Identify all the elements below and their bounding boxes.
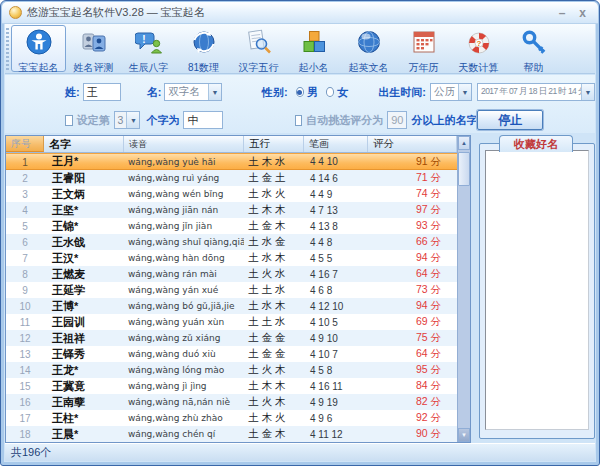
column-header-strokes[interactable]: 笔画 [304,136,368,152]
table-row[interactable]: 7王汉*wáng,wàng hàn dōng土 水 木4 5 594 分 [6,250,457,266]
cell-pinyin: wáng,wàng zhù zhào [124,413,244,423]
cell-name: 王冀竟 [44,379,124,394]
cell-name: 王园训 [44,315,124,330]
given-name-select[interactable]: 双字名 ▼ [164,83,222,101]
surname-input[interactable]: 王 [83,83,121,101]
close-button[interactable]: x [579,7,586,19]
table-row[interactable]: 16王南孽wáng,wàng nā,nán niè土 火 木4 9 1982 分 [6,394,457,410]
cell-wuxing: 土 木 木 [244,379,304,393]
chat-person-icon: ! [135,28,163,60]
scrollbar-thumb[interactable] [458,152,470,186]
scroll-down-icon[interactable]: ▼ [458,428,470,442]
gender-label: 性别: [262,85,288,100]
toolbar-button-name-test[interactable]: 姓名评测 [66,25,121,72]
cell-no: 16 [6,396,44,408]
table-row[interactable]: 13王铎秀wáng,wàng duó xiù土 金 金4 10 764 分 [6,346,457,362]
cell-wuxing: 土 土 水 [244,283,304,297]
cell-score: 73 分 [368,283,457,297]
table-row[interactable]: 3王文炳wáng,wàng wén bǐng土 水 火4 4 974 分 [6,186,457,202]
table-row[interactable]: 2王睿阳wáng,wàng ruì yáng土 金 土4 14 671 分 [6,170,457,186]
cell-strokes: 4 4 9 [304,189,368,200]
table-row[interactable]: 12王祖祥wáng,wàng zǔ xiáng土 金 金4 9 1075 分 [6,330,457,346]
cell-pinyin: wáng,wàng hàn dōng [124,253,244,263]
cell-score: 74 分 [368,187,457,201]
cell-score: 95 分 [368,363,457,377]
calendar-type-select[interactable]: 公历 ▼ [430,83,472,101]
table-row[interactable]: 1王月*wáng,wàng yuè hǎi土 木 水4 4 1091 分 [6,153,457,170]
table-row[interactable]: 9王延学wáng,wàng yán xué土 土 水4 6 873 分 [6,282,457,298]
min-score-input[interactable]: 90 [387,111,407,129]
table-row[interactable]: 4王坚*wáng,wàng jiān nán土 木 木4 7 1397 分 [6,202,457,218]
cell-name: 王睿阳 [44,171,124,186]
cell-score: 91 分 [368,155,457,169]
birth-datetime-picker[interactable]: 2017 年 07 月 18 日 21 时 14 分 ▼ [477,83,595,101]
toolbar-button-baby-naming[interactable]: 宝宝起名 [11,25,66,72]
cell-pinyin: wáng,wàng rán mài [124,269,244,279]
cell-score: 66 分 [368,235,457,249]
chevron-down-icon[interactable]: ▼ [458,84,471,100]
cell-wuxing: 土 金 木 [244,219,304,233]
cell-no: 13 [6,348,44,360]
table-row[interactable]: 11王园训wáng,wàng yuán xùn土 土 水4 10 569 分 [6,314,457,330]
table-row[interactable]: 17王柱*wáng,wàng zhù zhào土 木 火4 9 692 分 [6,410,457,426]
doc-magnifier-icon [245,28,273,60]
cell-name: 王锦* [44,219,124,234]
favorites-tab[interactable]: 收藏好名 [499,135,573,152]
table-row[interactable]: 14王龙*wáng,wàng lóng mào土 火 木4 5 895 分 [6,362,457,378]
favorites-list[interactable] [485,150,589,430]
set-char-checkbox[interactable] [65,115,73,126]
table-row[interactable]: 15王冀竟wáng,wàng jì jìng土 木 木4 16 1184 分 [6,378,457,394]
table-row[interactable]: 6王水戗wáng,wàng shuǐ qiàng,qiǎng土 水 金4 4 8… [6,234,457,250]
toolbar-button-label: 宝宝起名 [19,61,59,75]
fixed-char-input[interactable]: 中 [183,111,222,129]
cell-score: 90 分 [368,427,457,441]
chevron-down-icon[interactable]: ▼ [581,84,594,100]
toolbar-button-english-name[interactable]: 起英文名 [341,25,396,72]
column-header-pinyin[interactable]: 读音 [124,136,244,152]
column-header-no[interactable]: 序号 [6,136,44,152]
table-row[interactable]: 8王燃麦wáng,wàng rán mài土 火 水4 16 764 分 [6,266,457,282]
toolbar-button-numerology-81[interactable]: 81数理 [176,25,231,72]
stop-button[interactable]: 停止 [477,110,543,130]
cell-strokes: 4 5 5 [304,253,368,264]
char-position-select[interactable]: 3 ▼ [114,111,141,129]
table-row[interactable]: 18王晨*wáng,wàng chén qí土 金 木4 11 1290 分 [6,426,457,442]
minimize-button[interactable]: – [559,7,566,19]
column-header-name[interactable]: 名字 [44,136,124,152]
set-char-mid-label: 个字为 [146,113,179,128]
scroll-up-icon[interactable]: ▲ [458,136,470,150]
cell-name: 王汉* [44,251,124,266]
cell-name: 王龙* [44,363,124,378]
status-bar: 共196个 [5,443,595,461]
vertical-scrollbar[interactable]: ▲ ▼ [457,136,470,442]
favorites-box [479,143,595,439]
toolbar-button-nickname[interactable]: 起小名 [286,25,341,72]
cell-pinyin: wáng,wàng jì jìng [124,381,244,391]
name-table-body: 1王月*wáng,wàng yuè hǎi土 木 水4 4 1091 分2王睿阳… [6,153,457,442]
chevron-down-icon[interactable]: ▼ [126,112,139,128]
gender-male-radio[interactable] [296,87,304,97]
toolbar-button-day-calc[interactable]: ?天数计算 [451,25,506,72]
table-row[interactable]: 10王博*wáng,wàng bó gǔ,jiǎ,jie土 水 木4 12 10… [6,298,457,314]
toolbar-button-hanzi-wuxing[interactable]: 汉字五行 [231,25,286,72]
column-header-wuxing[interactable]: 五行 [244,136,304,152]
toolbar-button-help[interactable]: 帮助 [506,25,561,72]
cell-strokes: 4 4 8 [304,237,368,248]
cell-wuxing: 土 水 木 [244,251,304,265]
toolbar-button-label: 生辰八字 [129,61,169,75]
auto-pick-checkbox[interactable] [295,115,303,126]
cell-strokes: 4 14 6 [304,173,368,184]
cell-pinyin: wáng,wàng jǐn jiàn [124,221,244,231]
cell-score: 75 分 [368,331,457,345]
table-row[interactable]: 5王锦*wáng,wàng jǐn jiàn土 金 木4 13 893 分 [6,218,457,234]
toolbar-button-bazi[interactable]: !生辰八字 [121,25,176,72]
cell-pinyin: wáng,wàng duó xiù [124,349,244,359]
cell-strokes: 4 16 11 [304,381,368,392]
cell-strokes: 4 10 7 [304,349,368,360]
toolbar-button-calendar[interactable]: 万年历 [396,25,451,72]
gender-female-radio[interactable] [326,87,334,97]
column-header-score[interactable]: 评分 [368,136,457,152]
cell-score: 84 分 [368,379,457,393]
cell-strokes: 4 6 8 [304,285,368,296]
chevron-down-icon[interactable]: ▼ [208,84,221,100]
